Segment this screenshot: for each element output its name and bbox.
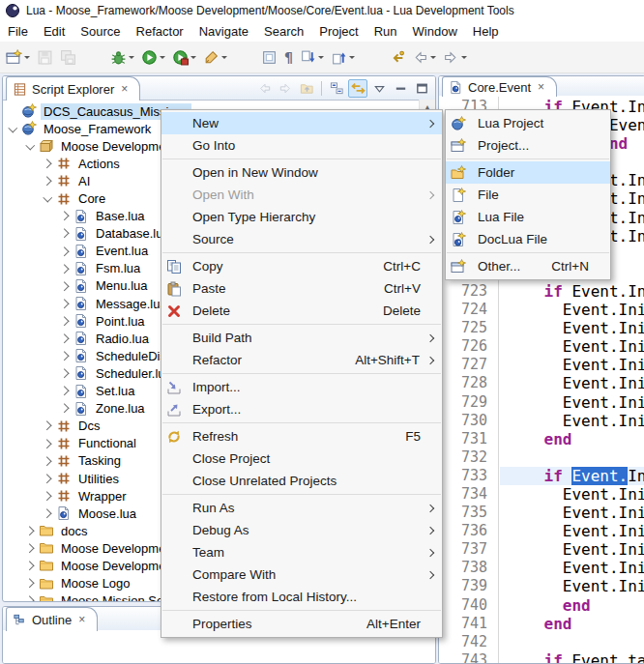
menu-item-close-unrelated-projects[interactable]: Close Unrelated Projects bbox=[161, 470, 442, 492]
menu-run[interactable]: Run bbox=[366, 22, 405, 41]
previous-annotation-button[interactable] bbox=[329, 44, 357, 70]
chevron-right-icon[interactable] bbox=[59, 402, 72, 415]
back-button[interactable] bbox=[410, 44, 438, 70]
menu-item-doclua-file[interactable]: @DocLua File bbox=[446, 228, 610, 250]
menu-item-other[interactable]: Other...Ctrl+N bbox=[446, 255, 610, 277]
run-button[interactable] bbox=[139, 44, 167, 70]
menu-item-project[interactable]: Project... bbox=[446, 134, 610, 157]
nav-up-button[interactable] bbox=[297, 79, 316, 98]
menu-item-lua-project[interactable]: Lua Project bbox=[446, 112, 610, 134]
code-line-728[interactable]: Event.IniPlayerName = bbox=[500, 374, 644, 392]
menu-edit[interactable]: Edit bbox=[36, 22, 73, 41]
chevron-right-icon[interactable] bbox=[24, 525, 37, 537]
link-with-editor-button[interactable] bbox=[348, 79, 367, 98]
code-line-729[interactable]: Event.IniCategory = Ev bbox=[500, 393, 644, 412]
nav-forward-button[interactable] bbox=[276, 79, 295, 98]
save-button[interactable] bbox=[35, 44, 55, 70]
chevron-right-icon[interactable] bbox=[59, 245, 72, 257]
chevron-right-icon[interactable] bbox=[42, 158, 54, 170]
new-wizard-button[interactable] bbox=[4, 44, 32, 70]
code-line-730[interactable]: Event.IniTypeName = Ev bbox=[500, 412, 644, 430]
chevron-right-icon[interactable] bbox=[59, 315, 72, 328]
mark-occurrences-button[interactable] bbox=[259, 44, 279, 70]
save-all-button[interactable] bbox=[58, 44, 78, 70]
chevron-right-icon[interactable] bbox=[59, 367, 72, 380]
menu-item-refactor[interactable]: RefactorAlt+Shift+T bbox=[161, 349, 442, 371]
last-edit-location-button[interactable] bbox=[387, 44, 407, 70]
menu-item-copy[interactable]: CopyCtrl+C bbox=[161, 255, 442, 277]
collapse-all-button[interactable] bbox=[327, 79, 346, 98]
menu-item-delete[interactable]: DeleteDelete bbox=[161, 300, 442, 322]
forward-button[interactable] bbox=[441, 44, 469, 70]
menu-search[interactable]: Search bbox=[256, 22, 311, 41]
menu-item-import[interactable]: Import... bbox=[161, 376, 442, 398]
menu-item-refresh[interactable]: RefreshF5 bbox=[161, 425, 442, 447]
chevron-right-icon[interactable] bbox=[59, 332, 72, 345]
chevron-right-icon[interactable] bbox=[59, 385, 72, 397]
menu-item-new[interactable]: New bbox=[161, 112, 442, 134]
menu-item-run-as[interactable]: Run As bbox=[161, 497, 442, 519]
view-menu-button[interactable] bbox=[369, 79, 389, 98]
code-line-734[interactable]: Event.IniDCSUnitName = bbox=[500, 485, 644, 504]
code-line-727[interactable]: Event.IniDCSGroupName bbox=[500, 356, 644, 374]
chevron-right-icon[interactable] bbox=[42, 437, 54, 449]
show-whitespace-button[interactable]: ¶ bbox=[282, 44, 295, 70]
chevron-right-icon[interactable] bbox=[42, 507, 54, 520]
menu-item-file[interactable]: File bbox=[446, 184, 610, 206]
tab-outline[interactable]: Outline × bbox=[6, 607, 98, 631]
menu-item-restore-from-local-history[interactable]: Restore from Local History... bbox=[161, 586, 442, 608]
menu-refactor[interactable]: Refactor bbox=[129, 22, 191, 41]
code-line-740[interactable]: end bbox=[500, 596, 644, 615]
chevron-right-icon[interactable] bbox=[59, 350, 72, 362]
menu-item-debug-as[interactable]: Debug As bbox=[161, 519, 442, 541]
chevron-right-icon[interactable] bbox=[59, 210, 72, 222]
chevron-down-icon[interactable] bbox=[42, 192, 54, 205]
chevron-right-icon[interactable] bbox=[42, 175, 54, 188]
maximize-button[interactable] bbox=[412, 79, 431, 98]
close-icon[interactable]: × bbox=[121, 82, 128, 96]
title-bar[interactable]: Lua - Moose_Framework/Moose Development/… bbox=[0, 0, 644, 21]
nav-back-button[interactable] bbox=[254, 79, 274, 98]
chevron-right-icon[interactable] bbox=[42, 490, 54, 503]
debug-button[interactable] bbox=[108, 44, 136, 70]
profile-button[interactable] bbox=[170, 44, 198, 70]
menu-item-source[interactable]: Source bbox=[161, 228, 442, 250]
menu-project[interactable]: Project bbox=[311, 22, 366, 41]
chevron-right-icon[interactable] bbox=[42, 454, 54, 467]
dropdown-arrow-icon[interactable] bbox=[430, 56, 436, 62]
menu-item-compare-with[interactable]: Compare With bbox=[161, 563, 442, 586]
dropdown-arrow-icon[interactable] bbox=[190, 56, 196, 62]
menu-item-open-with[interactable]: Open With bbox=[161, 184, 442, 206]
chevron-right-icon[interactable] bbox=[42, 419, 54, 432]
menu-help[interactable]: Help bbox=[465, 22, 507, 41]
menu-item-paste[interactable]: PasteCtrl+V bbox=[161, 277, 442, 300]
menu-navigate[interactable]: Navigate bbox=[191, 22, 256, 41]
external-tools-button[interactable] bbox=[201, 44, 229, 70]
chevron-right-icon[interactable] bbox=[59, 298, 72, 310]
next-annotation-button[interactable] bbox=[298, 44, 326, 70]
dropdown-arrow-icon[interactable] bbox=[461, 56, 467, 62]
close-icon[interactable]: × bbox=[78, 613, 85, 626]
dropdown-arrow-icon[interactable] bbox=[160, 56, 165, 62]
menu-item-folder[interactable]: Folder bbox=[446, 161, 610, 184]
menu-item-properties[interactable]: PropertiesAlt+Enter bbox=[161, 613, 442, 635]
menu-item-lua-file[interactable]: Lua File bbox=[446, 206, 610, 228]
code-line-739[interactable]: Event.IniCategory = Ev bbox=[500, 577, 644, 595]
chevron-right-icon[interactable] bbox=[59, 262, 72, 274]
code-line-742[interactable] bbox=[500, 633, 644, 651]
menu-item-go-into[interactable]: Go Into bbox=[161, 134, 442, 157]
menu-source[interactable]: Source bbox=[73, 22, 128, 41]
dropdown-arrow-icon[interactable] bbox=[318, 56, 324, 62]
chevron-right-icon[interactable] bbox=[24, 560, 37, 572]
close-icon[interactable]: × bbox=[538, 80, 544, 94]
tab-core-event[interactable]: Core.Event × bbox=[442, 76, 557, 97]
menu-item-export[interactable]: Export... bbox=[161, 398, 442, 420]
code-line-723[interactable]: if Event.IniDCSUnit th bbox=[500, 282, 644, 301]
menu-item-open-in-new-window[interactable]: Open in New Window bbox=[161, 161, 442, 184]
chevron-right-icon[interactable] bbox=[59, 227, 72, 240]
menu-item-team[interactable]: Team bbox=[161, 541, 442, 563]
code-line-724[interactable]: Event.IniDCSUnitName = bbox=[500, 301, 644, 319]
dropdown-arrow-icon[interactable] bbox=[349, 56, 355, 62]
code-line-732[interactable] bbox=[500, 448, 644, 467]
code-line-738[interactable]: Event.IniPlayerName = bbox=[500, 559, 644, 577]
